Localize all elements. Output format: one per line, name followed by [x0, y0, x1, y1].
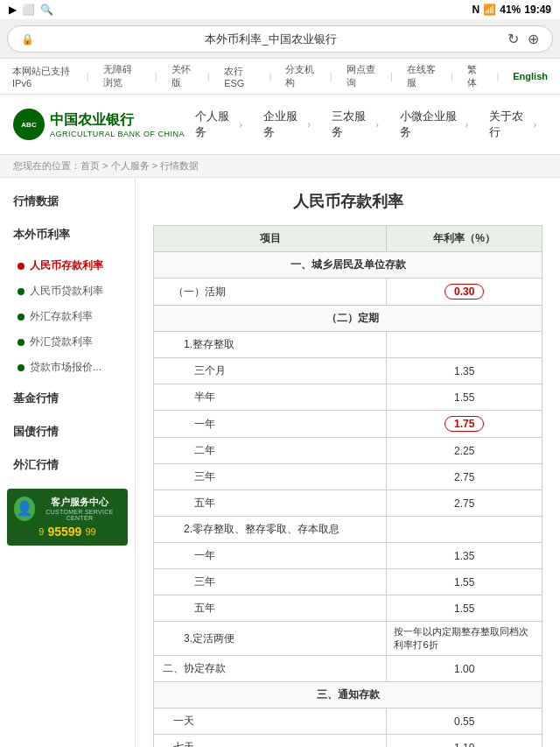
sidebar-item-rmb-deposit[interactable]: 人民币存款利率	[0, 253, 135, 278]
lock-icon: 🔒	[21, 33, 34, 46]
english-link[interactable]: English	[509, 71, 551, 81]
section-label: （二）定期	[154, 306, 542, 332]
sidebar-item-fx-deposit[interactable]: 外汇存款利率	[0, 304, 135, 329]
item-label: 2.零存整取、整存零取、存本取息	[154, 517, 387, 543]
table-row: 1.整存整取	[154, 332, 542, 358]
table-row: 三年1.55	[154, 569, 542, 595]
table-row: 一天0.55	[154, 708, 542, 735]
esg-link[interactable]: 农行ESG	[220, 65, 258, 88]
table-row: 三个月1.35	[154, 358, 542, 384]
table-row: 七天1.10	[154, 735, 542, 748]
table-row: 一年1.35	[154, 543, 542, 569]
dot	[18, 288, 24, 295]
sidebar-item-rmb-loan[interactable]: 人民币贷款利率	[0, 278, 135, 304]
sidebar-item-fx-loan[interactable]: 外汇贷款利率	[0, 329, 135, 355]
item-value: 2.25	[387, 438, 542, 464]
table-row: 3.定活两便按一年以内定期整存整取同档次利率打6折	[154, 622, 542, 656]
dot	[18, 314, 24, 321]
table-row: 一、城乡居民及单位存款	[154, 252, 542, 278]
bank-name-cn: 中国农业银行	[50, 111, 185, 130]
outlet-link[interactable]: 网点查询	[343, 63, 380, 89]
dot	[18, 364, 24, 371]
sidebar-item-bond[interactable]: 国债行情	[0, 417, 135, 447]
sidebar-section-bond: 国债行情	[0, 417, 135, 447]
info-bar: 本网站已支持IPv6 | 无障碍浏览 | 关怀版 | 农行ESG | 分支机构 …	[0, 59, 560, 95]
ipv6-notice: 本网站已支持IPv6	[9, 65, 76, 88]
nav-personal[interactable]: 个人服务 ›	[185, 102, 253, 147]
sidebar-item-forex[interactable]: 外汇行情	[0, 450, 135, 480]
sidebar-section-market: 行情数据	[0, 187, 135, 216]
item-label: 七天	[154, 735, 387, 748]
screenshot-icon: ⬜	[22, 4, 35, 16]
item-value: 1.55	[387, 595, 542, 622]
banner-subtitle: CUSTOMER SERVICE CENTER	[38, 509, 121, 521]
banner-phone: 95599	[47, 525, 81, 539]
item-value: 2.75	[387, 464, 542, 490]
nav-enterprise[interactable]: 企业服务 ›	[253, 102, 321, 147]
item-label: 二、协定存款	[154, 656, 387, 682]
rate-table: 项目 年利率（%） 一、城乡居民及单位存款（一）活期0.30（二）定期1.整存整…	[153, 225, 542, 747]
accessibility-link[interactable]: 无障碍浏览	[100, 63, 144, 89]
item-value: 0.55	[387, 708, 542, 735]
table-row: （二）定期	[154, 306, 542, 332]
item-value: 1.55	[387, 569, 542, 595]
sidebar-banner[interactable]: 👤 客户服务中心 CUSTOMER SERVICE CENTER 9 95599…	[7, 489, 128, 546]
nav-small-enterprise[interactable]: 小微企业服务 ›	[389, 102, 479, 147]
item-value: 1.35	[387, 358, 542, 384]
item-label: 一天	[154, 708, 387, 735]
table-row: 二、协定存款1.00	[154, 656, 542, 682]
banner-title: 客户服务中心	[38, 496, 121, 509]
media-icon: ▶	[9, 4, 17, 16]
logo-area[interactable]: ABC 中国农业银行 AGRICULTURAL BANK OF CHINA	[13, 109, 185, 140]
page-main-title: 人民币存款利率	[153, 191, 542, 212]
customer-service-link[interactable]: 在线客服	[403, 63, 440, 89]
logo-text-area: 中国农业银行 AGRICULTURAL BANK OF CHINA	[50, 111, 185, 138]
item-label: 一年	[154, 411, 387, 438]
dot	[18, 339, 24, 346]
battery-text: 41%	[500, 4, 521, 16]
bank-name-en: AGRICULTURAL BANK OF CHINA	[50, 130, 185, 138]
share-icon[interactable]: ⊕	[528, 31, 539, 47]
item-label: 3.定活两便	[154, 622, 387, 656]
wifi-icon: 📶	[483, 4, 496, 16]
item-label: 五年	[154, 595, 387, 622]
circled-rate: 1.75	[444, 416, 484, 432]
item-label: 半年	[154, 384, 387, 411]
item-value: 1.55	[387, 384, 542, 411]
item-value: 1.10	[387, 735, 542, 748]
table-row: 三、通知存款	[154, 682, 542, 708]
sidebar-section-fund: 基金行情	[0, 384, 135, 413]
browser-bar: 🔒 本外币利率_中国农业银行 ↻ ⊕	[0, 20, 560, 59]
sidebar-section-forex: 外汇行情	[0, 450, 135, 480]
item-label: 三年	[154, 464, 387, 490]
item-label: （一）活期	[154, 278, 387, 306]
section-label: 一、城乡居民及单位存款	[154, 252, 542, 278]
page-title-bar: 本外币利率_中国农业银行	[205, 32, 336, 47]
sidebar-item-market-data[interactable]: 行情数据	[0, 187, 135, 216]
care-version-link[interactable]: 关怀版	[168, 63, 198, 89]
item-label: 三年	[154, 569, 387, 595]
item-value: 按一年以内定期整存整取同档次利率打6折	[387, 622, 542, 656]
main-nav: 个人服务 › 企业服务 › 三农服务 › 小微企业服务 › 关于农行 ›	[185, 102, 547, 147]
traditional-link[interactable]: 繁体	[464, 63, 486, 89]
address-bar[interactable]: 🔒 本外币利率_中国农业银行 ↻ ⊕	[7, 25, 553, 53]
item-label: 五年	[154, 490, 387, 517]
table-row: 半年1.55	[154, 384, 542, 411]
table-row: 2.零存整取、整存零取、存本取息	[154, 517, 542, 543]
table-row: 二年2.25	[154, 438, 542, 464]
item-value: 1.35	[387, 543, 542, 569]
branches-link[interactable]: 分支机构	[282, 63, 318, 89]
status-left: ▶ ⬜ 🔍	[9, 4, 53, 16]
section-label: 三、通知存款	[154, 682, 542, 708]
sidebar-item-lpr[interactable]: 贷款市场报价...	[0, 355, 135, 380]
table-row: 五年1.55	[154, 595, 542, 622]
item-label: 三个月	[154, 358, 387, 384]
sidebar-item-fund[interactable]: 基金行情	[0, 384, 135, 413]
item-value: 2.75	[387, 490, 542, 517]
sidebar-item-currency-rates[interactable]: 本外币利率	[0, 220, 135, 250]
nav-sannong[interactable]: 三农服务 ›	[321, 102, 389, 147]
clock: 19:49	[524, 4, 551, 16]
refresh-icon[interactable]: ↻	[508, 31, 519, 47]
nav-about[interactable]: 关于农行 ›	[479, 102, 547, 147]
table-row: 五年2.75	[154, 490, 542, 517]
